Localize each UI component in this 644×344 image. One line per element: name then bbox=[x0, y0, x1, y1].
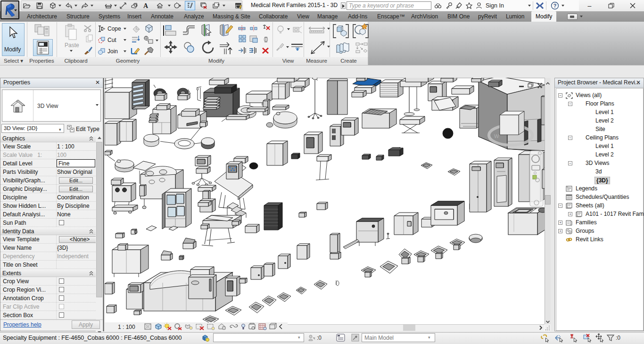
svg-text:?: ? bbox=[553, 3, 557, 8]
svg-text:W: W bbox=[494, 133, 499, 139]
svg-text:A: A bbox=[143, 2, 149, 9]
